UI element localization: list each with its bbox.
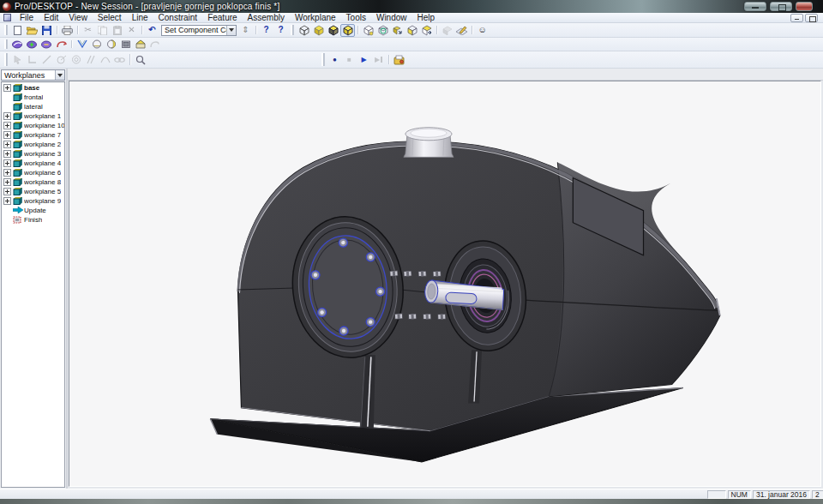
expander-icon[interactable] xyxy=(3,188,11,195)
autoscale-view-button[interactable] xyxy=(10,38,25,51)
toolbar-grip[interactable] xyxy=(291,25,294,35)
chevron-down-icon[interactable] xyxy=(55,70,64,80)
play-button[interactable]: ▶ xyxy=(357,53,371,66)
tree-item-workplane-4[interactable]: workplane 4 xyxy=(2,159,64,168)
expander-icon[interactable] xyxy=(3,150,11,158)
expander-icon[interactable] xyxy=(3,122,11,129)
feedback-button[interactable]: ☺ xyxy=(475,24,490,37)
expander-icon[interactable] xyxy=(3,141,11,148)
view-wireframe-button[interactable] xyxy=(297,24,311,37)
menu-view[interactable]: View xyxy=(63,13,93,23)
menu-constraint[interactable]: Constraint xyxy=(153,13,203,23)
menu-window[interactable]: Window xyxy=(371,13,412,23)
set-color-button[interactable]: ⇕ xyxy=(238,24,253,37)
view-zoom-select-button[interactable] xyxy=(390,24,405,37)
menu-edit[interactable]: Edit xyxy=(39,13,63,23)
view-transparent-button[interactable] xyxy=(361,24,375,37)
expander-icon[interactable] xyxy=(3,197,11,205)
copy-button[interactable] xyxy=(95,24,110,37)
toolbar-grip[interactable] xyxy=(4,53,8,66)
trimetric-view-button[interactable] xyxy=(104,38,118,51)
zoom-in-view-button[interactable] xyxy=(25,38,39,51)
tree-item-workplane-7[interactable]: workplane 7 xyxy=(2,130,64,140)
menu-help[interactable]: Help xyxy=(412,13,441,23)
update-model-button[interactable] xyxy=(440,24,454,37)
tree-item-frontal[interactable]: frontal xyxy=(2,93,64,102)
front-view-button[interactable] xyxy=(118,38,133,51)
component-color-combo[interactable]: Set Component Color xyxy=(161,25,237,36)
tree-item-workplane-9[interactable]: workplane 9 xyxy=(2,196,64,206)
expander-icon[interactable] xyxy=(3,112,11,120)
previous-view-button[interactable] xyxy=(54,38,69,51)
zoom-out-view-button[interactable] xyxy=(39,38,54,51)
mdi-restore-button[interactable] xyxy=(805,14,818,22)
view-shaded-edges-button[interactable] xyxy=(326,24,340,37)
new-document-button[interactable] xyxy=(10,24,25,37)
step-forward-button[interactable]: ▶ xyxy=(371,53,386,66)
chevron-down-icon[interactable] xyxy=(226,26,236,35)
expander-icon[interactable] xyxy=(3,84,11,92)
magnifier-tool-button[interactable] xyxy=(133,53,147,66)
minimize-button[interactable] xyxy=(744,2,766,11)
plan-view-button[interactable] xyxy=(133,38,147,51)
select-tool-button[interactable] xyxy=(10,53,25,66)
menu-line[interactable]: Line xyxy=(127,13,153,23)
undo-button[interactable]: ↶ xyxy=(145,24,159,37)
tree-item-finish[interactable]: Finish xyxy=(2,215,64,225)
paste-button[interactable] xyxy=(110,24,124,37)
tree-item-workplane-3[interactable]: workplane 3 xyxy=(2,149,64,159)
restore-view-button[interactable] xyxy=(147,38,162,51)
expander-icon[interactable] xyxy=(3,131,11,139)
menu-assembly[interactable]: Assembly xyxy=(243,13,290,23)
menu-file[interactable]: File xyxy=(15,13,39,23)
toolbar-grip[interactable] xyxy=(321,53,325,66)
document-icon[interactable] xyxy=(3,14,11,21)
tree-item-workplane-6[interactable]: workplane 6 xyxy=(2,168,64,177)
menu-tools[interactable]: Tools xyxy=(341,13,371,23)
tree-item-workplane-5[interactable]: workplane 5 xyxy=(2,187,64,196)
sketch-mode-button[interactable] xyxy=(454,24,469,37)
tree-item-lateral[interactable]: lateral xyxy=(2,102,64,111)
maximize-button[interactable] xyxy=(770,2,792,11)
browser-selector-combo[interactable]: Workplanes xyxy=(1,69,65,81)
tree-item-base[interactable]: base xyxy=(2,83,64,93)
expander-icon[interactable] xyxy=(3,159,11,167)
save-button[interactable] xyxy=(39,24,54,37)
view-section-button[interactable] xyxy=(419,24,434,37)
ellipse-tool-button[interactable] xyxy=(69,53,83,66)
view-half-section-button[interactable] xyxy=(405,24,419,37)
menu-workplane[interactable]: Workplane xyxy=(290,13,341,23)
expander-icon[interactable] xyxy=(3,178,11,186)
tree-item-workplane-8[interactable]: workplane 8 xyxy=(2,177,64,187)
menu-select[interactable]: Select xyxy=(93,13,127,23)
print-button[interactable] xyxy=(60,24,75,37)
animation-options-button[interactable] xyxy=(392,53,406,66)
tree-item-workplane-1[interactable]: workplane 1 xyxy=(2,111,64,121)
onto-workplane-view-button[interactable] xyxy=(75,38,89,51)
expander-icon[interactable] xyxy=(3,169,11,177)
gearbox-housing-model[interactable] xyxy=(69,81,820,486)
menu-feature[interactable]: Feature xyxy=(202,13,242,23)
tree-item-workplane-10[interactable]: workplane 10 xyxy=(2,121,64,130)
stop-button[interactable]: ■ xyxy=(342,53,357,66)
view-enhanced-button[interactable] xyxy=(340,24,355,37)
3d-viewport[interactable] xyxy=(69,81,821,487)
tree-item-workplane-2[interactable]: workplane 2 xyxy=(2,140,64,149)
circle-tool-button[interactable] xyxy=(54,53,69,66)
filler-cap[interactable] xyxy=(404,128,454,158)
toolbar-grip[interactable] xyxy=(4,39,8,49)
view-shaded-button[interactable] xyxy=(311,24,326,37)
delete-button[interactable]: ✕ xyxy=(124,24,139,37)
link-tool-button[interactable] xyxy=(112,53,127,66)
tree-item-update[interactable]: Update xyxy=(2,206,64,215)
mdi-minimize-button[interactable] xyxy=(790,14,803,22)
perpendicular-tool-button[interactable] xyxy=(25,53,39,66)
cut-button[interactable]: ✂ xyxy=(81,24,95,37)
close-button[interactable] xyxy=(796,2,813,11)
arc-tool-button[interactable] xyxy=(98,53,112,66)
help-button[interactable]: ? xyxy=(259,24,273,37)
offset-tool-button[interactable] xyxy=(83,53,98,66)
open-button[interactable] xyxy=(25,24,39,37)
line-tool-button[interactable] xyxy=(39,53,54,66)
context-help-button[interactable]: ? xyxy=(273,24,288,37)
